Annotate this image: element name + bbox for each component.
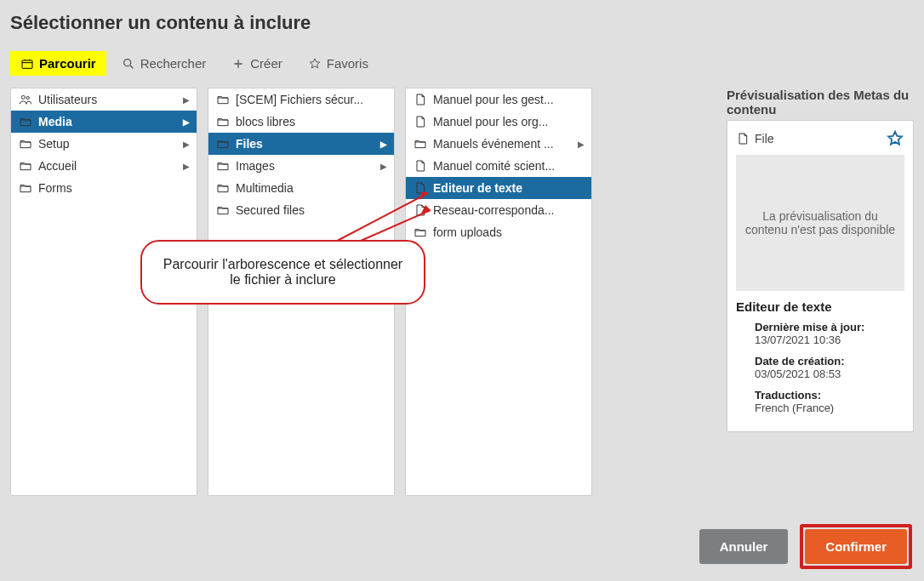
file-icon xyxy=(413,93,428,106)
tree-item-label: Media xyxy=(38,115,183,128)
meta-created-label: Date de création: xyxy=(755,355,904,367)
tree-item-label: Forms xyxy=(38,181,190,195)
star-icon xyxy=(308,57,322,71)
preview-file-type: File xyxy=(736,132,774,145)
file-icon xyxy=(413,159,428,173)
cancel-button[interactable]: Annuler xyxy=(699,529,789,564)
tree-item-label: Manuel pour les gest... xyxy=(433,93,585,106)
tab-browse[interactable]: Parcourir xyxy=(10,51,106,76)
folder-icon xyxy=(18,181,33,195)
browse-icon xyxy=(20,57,34,71)
chevron-right-icon: ▶ xyxy=(183,95,190,105)
chevron-right-icon: ▶ xyxy=(183,162,190,171)
tabs: Parcourir Rechercher Créer Favoris xyxy=(0,51,924,76)
folder-icon xyxy=(215,93,231,106)
folder-icon xyxy=(18,115,33,128)
tree-item-label: Manuels événement ... xyxy=(433,137,578,151)
folder-icon xyxy=(413,137,428,151)
tree-item-label: [SCEM] Fichiers sécur... xyxy=(236,93,387,106)
confirm-highlight: Confirmer xyxy=(800,524,912,569)
file-icon xyxy=(413,115,428,128)
tree-item[interactable]: Manuel pour les org... xyxy=(406,111,591,133)
tab-create[interactable]: Créer xyxy=(221,51,293,76)
chevron-right-icon: ▶ xyxy=(380,140,387,149)
preview-heading: Prévisualisation des Metas du contenu xyxy=(727,88,914,117)
folder-icon xyxy=(18,159,33,173)
column-3: Manuel pour les gest...Manuel pour les o… xyxy=(405,88,592,496)
tree-item-label: Accueil xyxy=(38,159,183,173)
tree-item[interactable]: blocs libres xyxy=(208,111,394,133)
users-icon xyxy=(18,93,33,106)
tree-item[interactable]: Manuels événement ...▶ xyxy=(406,133,591,155)
tree-item[interactable]: Forms xyxy=(11,177,197,199)
tree-item[interactable]: Manuel pour les gest... xyxy=(406,88,591,111)
tree-item[interactable]: Utilisateurs▶ xyxy=(11,88,197,111)
meta-translations-value: French (France) xyxy=(755,402,904,414)
preview-file-type-label: File xyxy=(755,132,774,145)
tab-label: Favoris xyxy=(327,56,368,71)
preview-panel: Prévisualisation des Metas du contenu Fi… xyxy=(727,88,914,496)
plus-icon xyxy=(231,57,245,71)
tree-item-label: Manuel comité scient... xyxy=(433,159,585,173)
tree-item[interactable]: Manuel comité scient... xyxy=(406,155,591,177)
folder-icon xyxy=(18,137,33,151)
meta-created-value: 03/05/2021 08:53 xyxy=(755,367,904,380)
tree-item[interactable]: Accueil▶ xyxy=(11,155,197,177)
tree-item-label: Setup xyxy=(38,137,183,151)
preview-content-name: Editeur de texte xyxy=(736,299,904,314)
chevron-right-icon: ▶ xyxy=(183,140,190,149)
folder-icon xyxy=(215,203,231,217)
search-icon xyxy=(122,57,135,71)
tree-item-label: Images xyxy=(236,159,380,173)
instruction-callout: Parcourir l'arborescence et sélectionner… xyxy=(140,240,425,305)
folder-icon xyxy=(215,115,231,128)
folder-icon xyxy=(215,137,231,151)
tab-label: Rechercher xyxy=(140,56,207,71)
svg-marker-4 xyxy=(419,191,428,200)
tree-item[interactable]: Images▶ xyxy=(208,155,394,177)
tree-item[interactable]: Media▶ xyxy=(11,111,197,133)
tree-item-label: blocs libres xyxy=(236,115,387,128)
tree-item-label: Manuel pour les org... xyxy=(433,115,585,128)
meta-updated-label: Dernière mise à jour: xyxy=(755,321,904,333)
tree-item-label: Files xyxy=(236,137,380,151)
tab-label: Créer xyxy=(250,56,282,71)
confirm-button[interactable]: Confirmer xyxy=(805,529,907,564)
tree-item-label: Utilisateurs xyxy=(38,93,183,106)
dialog-title: Sélectionner un contenu à inclure xyxy=(0,0,924,51)
chevron-right-icon: ▶ xyxy=(183,117,190,127)
tab-label: Parcourir xyxy=(39,56,96,71)
tree-item[interactable]: Files▶ xyxy=(208,133,394,155)
meta-translations-label: Traductions: xyxy=(755,389,904,402)
tree-item[interactable]: [SCEM] Fichiers sécur... xyxy=(208,88,394,111)
chevron-right-icon: ▶ xyxy=(578,140,585,149)
tree-item-label: form uploads xyxy=(433,225,585,239)
folder-icon xyxy=(215,181,231,195)
folder-icon xyxy=(215,159,231,173)
tree-item[interactable]: Setup▶ xyxy=(11,133,197,155)
preview-thumbnail: La prévisualisation du contenu n'est pas… xyxy=(736,155,904,291)
favorite-star-icon[interactable] xyxy=(886,129,904,148)
tree-item-label: Editeur de texte xyxy=(433,181,585,195)
tab-favorites[interactable]: Favoris xyxy=(298,51,379,76)
file-icon xyxy=(736,132,750,145)
meta-updated-value: 13/07/2021 10:36 xyxy=(755,333,904,346)
tab-search[interactable]: Rechercher xyxy=(111,51,217,76)
chevron-right-icon: ▶ xyxy=(380,162,387,171)
tree-item-label: Reseau-corresponda... xyxy=(433,203,585,217)
